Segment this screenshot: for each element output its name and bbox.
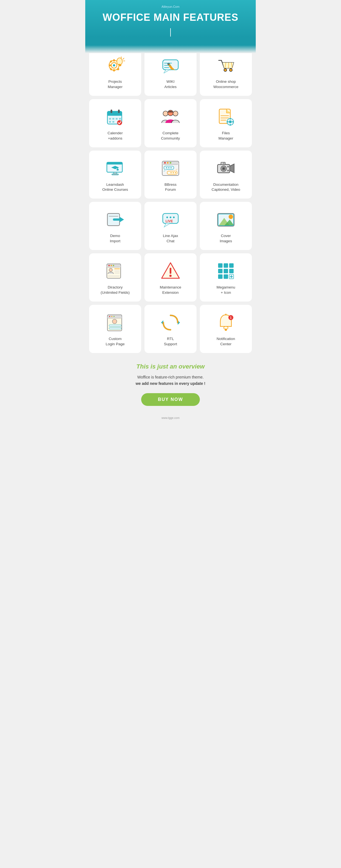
svg-point-85 — [170, 167, 172, 168]
buy-now-button[interactable]: BUY NOW — [141, 393, 199, 406]
feature-label-login: CustomLogin Page — [106, 336, 125, 347]
feature-label-learndash: LearndashOnline Courses — [102, 182, 128, 193]
svg-point-83 — [166, 167, 167, 168]
feature-card-directory: Diractory(Unlimited Fields) — [89, 253, 141, 302]
svg-rect-132 — [224, 269, 228, 273]
feature-card-learndash: LearndashOnline Courses — [89, 151, 141, 199]
main-title: WOFFICE MAIN FEATURES — [91, 12, 250, 23]
svg-rect-126 — [170, 268, 171, 274]
footer-desc-line2: we add new features in every update ! — [135, 381, 206, 386]
svg-point-76 — [170, 162, 171, 164]
svg-point-145 — [113, 319, 117, 324]
feature-card-chat: LIVE Line AjaxChat — [145, 202, 196, 250]
rtl-icon — [160, 313, 181, 333]
svg-rect-133 — [229, 269, 234, 273]
svg-point-107 — [173, 217, 175, 218]
site-url: Alileyun.Com — [91, 5, 250, 8]
feature-label-chat: Line AjaxChat — [163, 234, 178, 244]
svg-rect-128 — [218, 263, 222, 268]
features-grid: ProjectsManager — [85, 48, 256, 353]
svg-rect-130 — [229, 263, 234, 268]
svg-rect-64 — [107, 163, 122, 164]
feature-card-projects-manager: ProjectsManager — [89, 48, 141, 96]
svg-rect-131 — [218, 269, 222, 273]
files-icon — [216, 107, 236, 127]
maintenance-icon — [160, 261, 181, 281]
feature-label-bbpress: BBressForum — [164, 182, 177, 193]
svg-point-120 — [109, 268, 113, 272]
svg-point-48 — [173, 111, 178, 116]
feature-card-cover: CoverImages — [200, 202, 252, 250]
svg-text:1: 1 — [230, 316, 232, 319]
feature-label-megamenu: Megamenu+ Icon — [216, 285, 235, 296]
svg-point-46 — [163, 111, 168, 116]
svg-point-105 — [166, 217, 168, 218]
footer-desc-line1: Woffice is feature-rich premium theme. — [137, 375, 204, 379]
svg-line-14 — [123, 58, 124, 59]
svg-rect-146 — [109, 325, 121, 327]
svg-point-142 — [109, 316, 110, 317]
feature-label-rtl: RTLSupport — [164, 336, 177, 347]
svg-rect-135 — [224, 274, 228, 279]
feature-card-login: CustomLogin Page — [89, 305, 141, 353]
notification-icon: 1 — [216, 313, 236, 333]
feature-label-projects-manager: ProjectsManager — [108, 79, 122, 90]
bbpress-icon — [160, 158, 181, 178]
svg-rect-43 — [109, 121, 111, 123]
footer-section: This is just an overview Woffice is feat… — [85, 353, 256, 414]
svg-point-57 — [229, 120, 232, 123]
svg-rect-99 — [113, 218, 121, 221]
feature-card-megamenu: Megamenu+ Icon — [200, 253, 252, 302]
projects-icon — [105, 55, 125, 75]
svg-point-30 — [229, 69, 232, 71]
feature-card-bbpress: BBressForum — [145, 151, 196, 199]
svg-rect-2 — [113, 59, 115, 61]
svg-point-87 — [173, 172, 174, 173]
feature-card-video: DocumentationCaptioned, Video — [200, 151, 252, 199]
feature-label-directory: Diractory(Unlimited Fields) — [100, 285, 129, 296]
svg-rect-37 — [111, 110, 112, 113]
svg-rect-61 — [232, 121, 234, 122]
svg-point-96 — [227, 166, 229, 167]
svg-point-45 — [117, 120, 122, 125]
svg-point-17 — [113, 64, 115, 66]
svg-rect-129 — [224, 263, 228, 268]
svg-rect-66 — [114, 172, 117, 174]
directory-icon — [105, 261, 125, 281]
svg-rect-147 — [109, 328, 121, 329]
login-icon — [105, 313, 125, 333]
import-icon — [105, 210, 125, 229]
header: Alileyun.Com WOFFICE MAIN FEATURES — [85, 0, 256, 53]
svg-point-127 — [169, 275, 172, 277]
svg-point-151 — [225, 329, 227, 331]
svg-rect-38 — [118, 110, 120, 113]
svg-rect-67 — [112, 174, 119, 175]
svg-rect-58 — [230, 118, 231, 120]
svg-point-92 — [223, 168, 224, 169]
footer-tagline: This is just an overview — [91, 363, 250, 370]
feature-label-video: DocumentationCaptioned, Video — [212, 182, 240, 193]
feature-label-maintenance: MaintenanceExtension — [160, 285, 181, 296]
footer-description: Woffice is feature-rich premium theme. w… — [91, 374, 250, 388]
video-icon — [216, 158, 236, 178]
feature-card-notification: 1 NotificationCenter — [200, 305, 252, 353]
svg-point-119 — [113, 265, 114, 266]
svg-point-117 — [108, 265, 110, 266]
svg-point-74 — [164, 162, 166, 164]
svg-rect-152 — [225, 314, 226, 315]
feature-card-maintenance: MaintenanceExtension — [145, 253, 196, 302]
svg-point-118 — [111, 265, 112, 266]
feature-card-shop: Online shopWoocommerce — [200, 48, 252, 96]
feature-card-rtl: RTLSupport — [145, 305, 196, 353]
wiki-icon — [160, 55, 181, 75]
cover-icon — [216, 210, 236, 229]
svg-point-88 — [175, 172, 176, 173]
svg-point-29 — [224, 69, 227, 71]
feature-card-wiki: WIKIArticles — [145, 48, 196, 96]
feature-label-shop: Online shopWoocommerce — [213, 79, 239, 90]
chat-icon: LIVE — [160, 210, 181, 229]
svg-point-144 — [114, 316, 115, 317]
feature-label-notification: NotificationCenter — [217, 336, 235, 347]
feature-label-community: CompleteCommunity — [161, 131, 180, 141]
svg-rect-41 — [116, 118, 118, 120]
